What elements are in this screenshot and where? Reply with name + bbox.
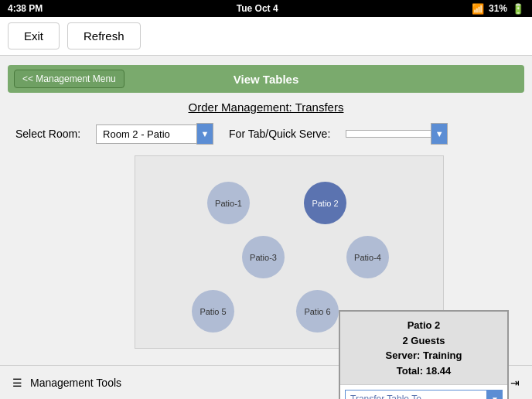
popup-dropdown-row: Transfer Table To ▼ <box>340 385 507 399</box>
battery-level: 31% <box>489 3 507 14</box>
page-title: Order Management: Transfers <box>15 101 517 114</box>
select-room-label: Select Room: <box>15 128 80 140</box>
table-circle-patio2[interactable]: Patio 2 <box>304 182 346 224</box>
for-tab-value[interactable] <box>346 130 431 138</box>
management-menu-button[interactable]: << Management Menu <box>14 70 124 88</box>
popup-dropdown-arrow[interactable]: ▼ <box>487 390 503 399</box>
popup-total: Total: 18.44 <box>346 363 501 379</box>
status-right: 📶 31% 🔋 <box>472 3 524 15</box>
menu-hamburger-icon[interactable]: ☰ <box>12 377 22 389</box>
select-room-wrapper: Room 2 - Patio ▼ <box>96 123 213 145</box>
table-circle-patio5[interactable]: Patio 5 <box>192 290 234 332</box>
popup-guests: 2 Guests <box>346 333 501 349</box>
status-bar: 4:38 PM Tue Oct 4 📶 31% 🔋 <box>0 0 532 17</box>
select-row: Select Room: Room 2 - Patio ▼ For Tab/Qu… <box>15 123 517 145</box>
exit-button[interactable]: Exit <box>8 22 60 49</box>
table-circle-patio3[interactable]: Patio-3 <box>242 236 285 278</box>
transfer-table-to-dropdown[interactable]: Transfer Table To <box>345 390 487 399</box>
view-tables-title: View Tables <box>234 73 299 86</box>
battery-icon: 🔋 <box>512 3 524 15</box>
management-tools-label: Management Tools <box>30 377 121 389</box>
status-time: 4:38 PM <box>8 3 43 14</box>
main-content: Order Management: Transfers Select Room:… <box>0 93 532 356</box>
table-circle-patio4[interactable]: Patio-4 <box>346 236 389 278</box>
table-layout-container: Patio-1Patio 2Patio-3Patio-4Patio 5Patio… <box>62 155 517 349</box>
wifi-icon: 📶 <box>472 3 484 15</box>
for-tab-label: For Tab/Quick Serve: <box>229 128 330 140</box>
toolbar: Exit Refresh <box>0 17 532 56</box>
view-tables-bar: << Management Menu View Tables <box>8 65 524 93</box>
for-tab-wrapper: ▼ <box>346 123 448 145</box>
refresh-button[interactable]: Refresh <box>67 22 141 49</box>
table-circle-patio1[interactable]: Patio-1 <box>207 182 250 224</box>
popup-header: Patio 2 2 Guests Server: Training Total:… <box>340 312 507 385</box>
popup-server: Server: Training <box>346 348 501 363</box>
popup-table-name: Patio 2 <box>346 318 501 333</box>
logout-icon[interactable]: ⇥ <box>510 377 520 389</box>
table-circle-patio6[interactable]: Patio 6 <box>296 290 339 332</box>
bottom-left: ☰ Management Tools <box>12 377 121 389</box>
for-tab-arrow[interactable]: ▼ <box>431 123 448 145</box>
select-room-arrow[interactable]: ▼ <box>196 123 213 145</box>
status-day: Tue Oct 4 <box>237 3 278 14</box>
select-room-value[interactable]: Room 2 - Patio <box>96 124 196 144</box>
transfer-popup: Patio 2 2 Guests Server: Training Total:… <box>339 310 509 399</box>
